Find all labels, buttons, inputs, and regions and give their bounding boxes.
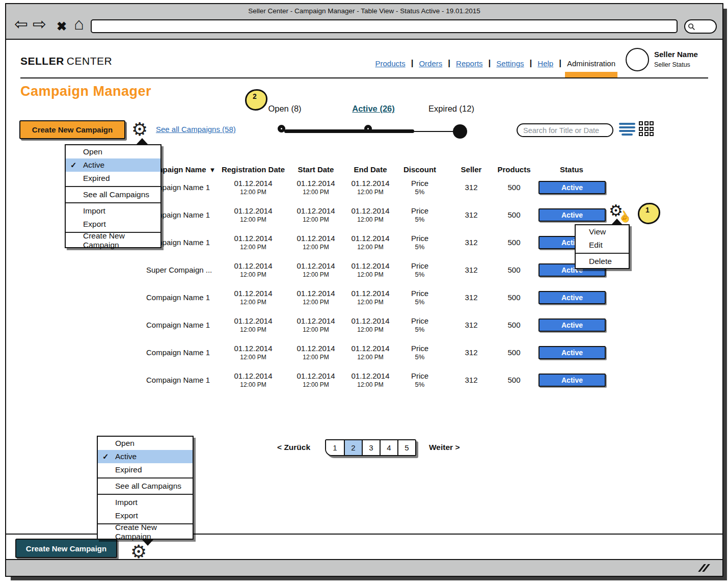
menu-item-expired[interactable]: Expired xyxy=(66,172,160,185)
nav-separator: | xyxy=(411,58,414,68)
table-cell: 01.12.201412:00 PM xyxy=(219,313,287,337)
grid-view-icon[interactable] xyxy=(639,121,654,136)
annotation-2: 2 xyxy=(245,89,267,111)
stepper-dot-active[interactable] xyxy=(364,125,372,132)
table-cell: Price5% xyxy=(393,203,446,227)
page-button-3[interactable]: 3 xyxy=(362,440,380,455)
menu-item-active[interactable]: ✓Active xyxy=(98,450,193,463)
table-cell: 500 xyxy=(495,258,533,282)
nav-link-reports[interactable]: Reports xyxy=(456,59,483,68)
table-cell: 312 xyxy=(452,285,490,310)
page-button-5[interactable]: 5 xyxy=(397,440,415,455)
nav-link-help[interactable]: Help xyxy=(537,59,553,68)
home-icon[interactable]: ⌂ xyxy=(74,15,84,33)
table-cell: 312 xyxy=(452,203,490,227)
status-badge-active[interactable]: Active xyxy=(538,318,606,332)
url-bar[interactable] xyxy=(91,19,678,33)
horizontal-scrollbar[interactable] xyxy=(6,559,722,576)
pagination-next-button[interactable]: Weiter > xyxy=(429,443,460,452)
page-button-1[interactable]: 1 xyxy=(326,440,344,455)
menu-item-create-new-campaign[interactable]: Create New Campaign xyxy=(66,234,160,247)
table-cell: 500 xyxy=(495,203,533,227)
context-menu-item-view[interactable]: View xyxy=(576,225,629,238)
menu-item-create-new-campaign[interactable]: Create New Campaign xyxy=(98,525,193,539)
nav-link-settings[interactable]: Settings xyxy=(496,59,524,68)
menu-separator xyxy=(66,186,160,187)
menu-item-expired[interactable]: Expired xyxy=(98,463,193,476)
table-row: Compaign Name 101.12.201412:00 PM01.12.2… xyxy=(6,285,722,310)
table-cell: 500 xyxy=(495,230,533,255)
table-cell: 01.12.201412:00 PM xyxy=(219,230,287,255)
table-cell: Price5% xyxy=(393,175,446,200)
table-cell: Price5% xyxy=(393,368,446,392)
gear-icon[interactable]: ⚙ xyxy=(131,120,148,139)
sort-desc-icon[interactable]: ▼ xyxy=(209,166,216,174)
stepper-dot-open[interactable] xyxy=(278,125,285,132)
status-badge-active[interactable]: Active xyxy=(538,374,606,387)
page-content: SELLERCENTER Products|Orders|Reports|Set… xyxy=(6,40,722,576)
menu-separator xyxy=(98,494,193,495)
menu-item-active[interactable]: ✓Active xyxy=(66,158,160,172)
search-input[interactable] xyxy=(523,126,618,135)
nav-link-orders[interactable]: Orders xyxy=(419,59,442,68)
table-row: Compaign Name 101.12.201412:00 PM01.12.2… xyxy=(6,340,722,365)
status-badge-active[interactable]: Active xyxy=(538,181,606,194)
row-actions-gear-icon[interactable]: ⚙ ☝ xyxy=(609,203,623,219)
footer-create-campaign-button[interactable]: Create New Campaign xyxy=(15,539,117,558)
menu-item-see-all-campaigns[interactable]: See all Campaigns xyxy=(98,480,193,493)
status-badge-active[interactable]: Active xyxy=(538,208,606,222)
column-header-products[interactable]: Products xyxy=(495,165,533,174)
status-badge-active[interactable]: Active xyxy=(538,346,606,359)
search-icon xyxy=(688,23,695,31)
menu-item-import[interactable]: Import xyxy=(98,496,193,509)
table-cell: 500 xyxy=(495,285,533,310)
seller-status: Seller Status xyxy=(654,61,690,68)
table-cell: 01.12.201412:00 PM xyxy=(219,285,287,310)
table-cell: 312 xyxy=(452,230,490,255)
stop-icon[interactable]: ✖ xyxy=(57,18,67,35)
see-all-campaigns-link[interactable]: See all Campaigns (58) xyxy=(156,125,236,134)
menu-item-import[interactable]: Import xyxy=(66,204,160,218)
nav-link-administration[interactable]: Administration xyxy=(567,59,615,68)
column-header-registration-date[interactable]: Registration Date xyxy=(219,165,287,174)
pagination-prev-button[interactable]: < Zurück xyxy=(277,443,310,452)
filter-dropdown-menu: Open✓ActiveExpiredSee all CampaignsImpor… xyxy=(65,144,161,248)
table-cell: Price5% xyxy=(393,285,446,310)
menu-separator xyxy=(66,202,160,203)
stepper-step-expired[interactable]: Expired (12) xyxy=(428,104,474,114)
stepper-dot-expired[interactable] xyxy=(453,124,467,139)
forward-icon[interactable]: ⇨ xyxy=(33,15,46,33)
back-icon[interactable]: ⇦ xyxy=(14,15,28,33)
status-badge-active[interactable]: Active xyxy=(538,291,606,304)
filter-dropdown-menu-bottom: Open✓ActiveExpiredSee all CampaignsImpor… xyxy=(97,436,194,540)
table-cell: 312 xyxy=(452,368,490,392)
nav-separator: | xyxy=(448,58,450,68)
context-menu-item-delete[interactable]: Delete xyxy=(576,255,629,268)
resize-handle-icon[interactable] xyxy=(701,564,707,572)
column-header-status[interactable]: Status xyxy=(538,165,605,174)
stepper-step-open[interactable]: Open (8) xyxy=(268,104,301,114)
menu-item-export[interactable]: Export xyxy=(98,509,193,522)
browser-window: Seller Center - Campaign Manager - Table… xyxy=(5,3,723,577)
nav-link-products[interactable]: Products xyxy=(375,59,405,68)
page-button-2[interactable]: 2 xyxy=(344,440,362,455)
create-campaign-button[interactable]: Create New Campaign xyxy=(19,120,125,139)
table-cell: 500 xyxy=(495,175,533,200)
menu-item-export[interactable]: Export xyxy=(66,218,160,231)
table-cell: Price5% xyxy=(393,258,446,282)
table-cell: Price5% xyxy=(393,230,446,255)
menu-item-open[interactable]: Open xyxy=(98,437,193,450)
seller-name: Seller Name xyxy=(654,50,698,59)
page-button-4[interactable]: 4 xyxy=(380,440,397,455)
stepper-step-active[interactable]: Active (26) xyxy=(352,104,394,114)
column-header-discount[interactable]: Discount xyxy=(393,165,446,174)
context-menu-item-edit[interactable]: Edit xyxy=(576,238,629,252)
avatar[interactable] xyxy=(626,48,649,71)
table-cell: Price5% xyxy=(393,313,446,337)
menu-item-open[interactable]: Open xyxy=(66,145,160,158)
browser-search-box[interactable] xyxy=(684,19,717,34)
table-cell: 01.12.201412:00 PM xyxy=(219,258,287,282)
list-view-icon[interactable] xyxy=(619,123,635,136)
column-header-seller[interactable]: Seller xyxy=(452,165,490,174)
menu-item-see-all-campaigns[interactable]: See all Campaigns xyxy=(66,188,160,201)
